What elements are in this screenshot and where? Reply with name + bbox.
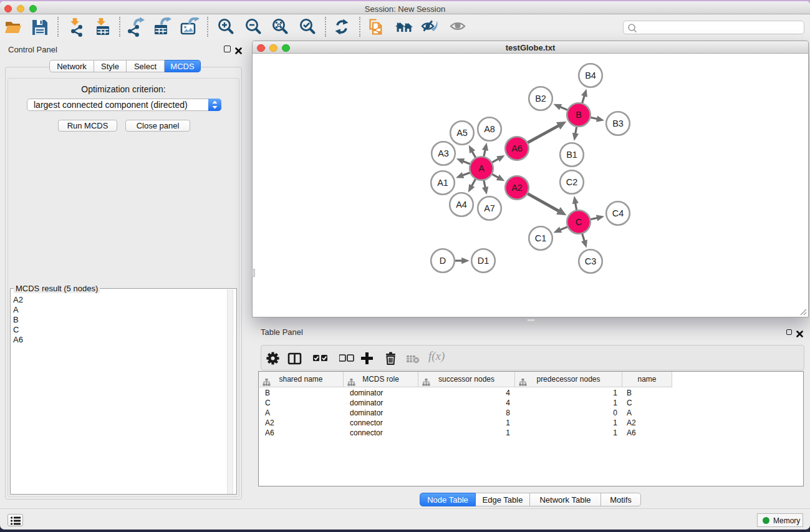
svg-text:B2: B2 [535, 94, 546, 104]
svg-text:C: C [576, 217, 582, 227]
svg-text:D1: D1 [478, 256, 489, 266]
svg-text:A7: A7 [484, 203, 495, 213]
svg-text:B3: B3 [612, 118, 624, 128]
svg-text:C2: C2 [566, 177, 578, 187]
svg-text:A6: A6 [511, 143, 523, 153]
svg-text:B: B [576, 110, 582, 120]
svg-text:C3: C3 [585, 256, 597, 266]
svg-text:A8: A8 [484, 124, 495, 134]
svg-text:A: A [478, 163, 485, 173]
svg-text:A2: A2 [511, 183, 523, 193]
svg-text:B1: B1 [566, 150, 577, 160]
svg-text:A4: A4 [456, 200, 467, 210]
svg-text:A5: A5 [456, 128, 468, 138]
svg-text:B4: B4 [585, 70, 596, 80]
svg-text:C1: C1 [535, 233, 547, 243]
svg-text:A1: A1 [437, 178, 448, 188]
svg-text:D: D [440, 256, 446, 266]
svg-text:C4: C4 [612, 208, 624, 218]
svg-text:A3: A3 [438, 148, 449, 158]
